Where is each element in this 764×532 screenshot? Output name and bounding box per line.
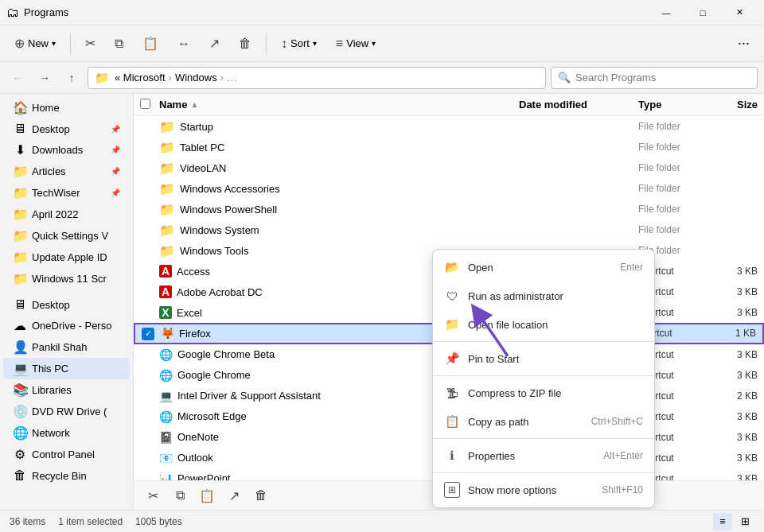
view-button[interactable]: ≡ View ▾ — [328, 32, 384, 56]
maximize-button[interactable]: □ — [684, 0, 721, 25]
folder-icon: 📁 — [159, 119, 175, 134]
copy-btn[interactable]: ⧉ — [167, 484, 193, 507]
paste-btn[interactable]: 📋 — [194, 484, 220, 507]
sidebar-item-pankilshah[interactable]: 👤 Pankil Shah — [3, 336, 130, 358]
app-icon: 🌐 — [159, 410, 173, 423]
sidebar-item-updateapple[interactable]: 📁 Update Apple ID — [3, 247, 130, 268]
sidebar-item-label: OneDrive - Perso — [32, 320, 111, 332]
pin-icon: 📌 — [111, 188, 120, 197]
table-row[interactable]: 📁 VideoLAN File folder — [134, 157, 764, 178]
cut-btn[interactable]: ✂ — [140, 484, 166, 507]
file-name-label: Excel — [177, 307, 202, 319]
sidebar-item-windows11[interactable]: 📁 Windows 11 Scr — [3, 268, 130, 289]
row-size: 3 KB — [710, 349, 758, 360]
ctx-showmore-label: Show more options — [468, 484, 556, 496]
breadcrumb-item-windows[interactable]: Windows — [175, 72, 217, 83]
folder-icon: 📁 — [13, 207, 27, 222]
header-size[interactable]: Size — [710, 99, 758, 111]
delete-button[interactable]: 🗑 — [231, 32, 259, 56]
sidebar-item-techwiser[interactable]: 📁 TechWiser 📌 — [3, 182, 130, 204]
sidebar-item-articles[interactable]: 📁 Articles 📌 — [3, 161, 130, 182]
header-date[interactable]: Date modified — [519, 99, 638, 111]
back-button[interactable]: ← — [6, 67, 29, 89]
sidebar-item-recyclebin[interactable]: 🗑 Recycle Bin — [3, 465, 130, 486]
folder-icon: 📁 — [159, 202, 175, 217]
file-name-label: Google Chrome Beta — [177, 348, 275, 360]
breadcrumb-item-microsoft[interactable]: « Microsoft — [115, 72, 166, 83]
sort-label: Sort — [290, 37, 310, 49]
sidebar-item-downloads[interactable]: ⬇ Downloads 📌 — [3, 139, 130, 161]
ctx-openfileloc[interactable]: 📁 Open file location — [433, 310, 654, 339]
sidebar-item-home[interactable]: 🏠 Home — [3, 97, 130, 118]
grid-view-button[interactable]: ⊞ — [735, 513, 754, 530]
select-all-checkbox[interactable] — [140, 99, 150, 109]
new-button[interactable]: ⊕ New ▾ — [6, 31, 64, 56]
search-input[interactable] — [575, 72, 750, 83]
sidebar-item-dvdrw[interactable]: 💿 DVD RW Drive ( — [3, 401, 130, 422]
sidebar-item-desktop[interactable]: 🖥 Desktop 📌 — [3, 118, 130, 139]
file-panel: Name ▲ Date modified Type Size 📁 Startup — [134, 94, 764, 510]
ctx-compress[interactable]: 🗜 Compress to ZIP file — [433, 379, 654, 407]
list-view-button[interactable]: ≡ — [713, 513, 732, 530]
sidebar-item-network[interactable]: 🌐 Network — [3, 422, 130, 444]
row-size: 3 KB — [710, 370, 758, 381]
ctx-properties[interactable]: ℹ Properties Alt+Enter — [433, 441, 654, 470]
sidebar-item-april2022[interactable]: 📁 April 2022 — [3, 204, 130, 225]
sidebar-item-quicksettings[interactable]: 📁 Quick Settings V — [3, 225, 130, 247]
forward-button[interactable]: → — [33, 67, 56, 89]
breadcrumb-sep-1: › — [169, 72, 172, 83]
compress-icon: 🗜 — [444, 385, 460, 401]
sort-button[interactable]: ↕ Sort ▾ — [273, 32, 325, 56]
more-button[interactable]: ··· — [730, 30, 758, 56]
header-date-label: Date modified — [519, 99, 587, 111]
header-size-label: Size — [737, 99, 758, 111]
file-name-label: Firefox — [179, 328, 211, 340]
sidebar-item-thispc[interactable]: 💻 This PC — [3, 358, 130, 379]
up-button[interactable]: ↑ — [60, 67, 83, 89]
runadmin-icon: 🛡 — [444, 288, 460, 304]
table-row[interactable]: 📁 Windows System File folder — [134, 219, 764, 240]
search-box[interactable]: 🔍 — [551, 67, 758, 89]
row-size: 3 KB — [710, 411, 758, 422]
sidebar-item-onedrive[interactable]: ☁ OneDrive - Perso — [3, 315, 130, 336]
minimize-button[interactable]: — — [648, 0, 684, 25]
sidebar-item-label: Desktop — [32, 299, 70, 311]
table-row[interactable]: 📁 Tablet PC File folder — [134, 137, 764, 157]
recyclebin-icon: 🗑 — [13, 468, 27, 483]
sidebar-item-controlpanel[interactable]: ⚙ Control Panel — [3, 444, 130, 465]
ctx-open[interactable]: 📂 Open Enter — [433, 253, 654, 282]
cut-button[interactable]: ✂ — [77, 31, 103, 56]
sidebar-item-libraries[interactable]: 📚 Libraries — [3, 379, 130, 401]
table-row[interactable]: 📁 Windows PowerShell File folder — [134, 199, 764, 219]
share-btn[interactable]: ↗ — [221, 484, 247, 507]
header-check[interactable] — [140, 99, 159, 111]
paste-button[interactable]: 📋 — [134, 31, 166, 56]
address-bar[interactable]: 📁 « Microsoft › Windows › … — [88, 67, 546, 89]
ctx-showmore[interactable]: ⊞ Show more options Shift+F10 — [433, 476, 654, 504]
share-button[interactable]: ↗ — [201, 31, 228, 56]
table-row[interactable]: 📁 Windows Accessories File folder — [134, 178, 764, 199]
sidebar-item-desktop2[interactable]: 🖥 Desktop — [3, 294, 130, 315]
header-name[interactable]: Name ▲ — [159, 99, 519, 111]
view-icon: ≡ — [336, 37, 343, 51]
ctx-open-shortcut: Enter — [620, 262, 643, 273]
ctx-runadmin-label: Run as administrator — [468, 290, 563, 302]
file-name-label: VideoLAN — [180, 162, 226, 174]
app-icon: A — [159, 285, 172, 298]
ctx-copypath[interactable]: 📋 Copy as path Ctrl+Shift+C — [433, 407, 654, 436]
ctx-copypath-shortcut: Ctrl+Shift+C — [591, 416, 643, 427]
sidebar-item-label: Quick Settings V — [32, 230, 108, 242]
showmore-icon: ⊞ — [444, 482, 460, 498]
table-row[interactable]: 📁 Startup File folder — [134, 116, 764, 137]
row-check[interactable]: ✓ — [142, 327, 161, 340]
ctx-runadmin[interactable]: 🛡 Run as administrator — [433, 282, 654, 310]
app-icon: 💻 — [159, 390, 173, 402]
header-type[interactable]: Type — [638, 99, 710, 111]
sidebar-item-label: This PC — [32, 363, 68, 375]
close-button[interactable]: ✕ — [721, 0, 758, 25]
row-size: 3 KB — [710, 452, 758, 464]
ctx-pintostart[interactable]: 📌 Pin to Start — [433, 344, 654, 373]
copy-button[interactable]: ⧉ — [107, 32, 131, 56]
delete-btn[interactable]: 🗑 — [248, 484, 274, 507]
move-button[interactable]: ↔ — [170, 32, 198, 56]
